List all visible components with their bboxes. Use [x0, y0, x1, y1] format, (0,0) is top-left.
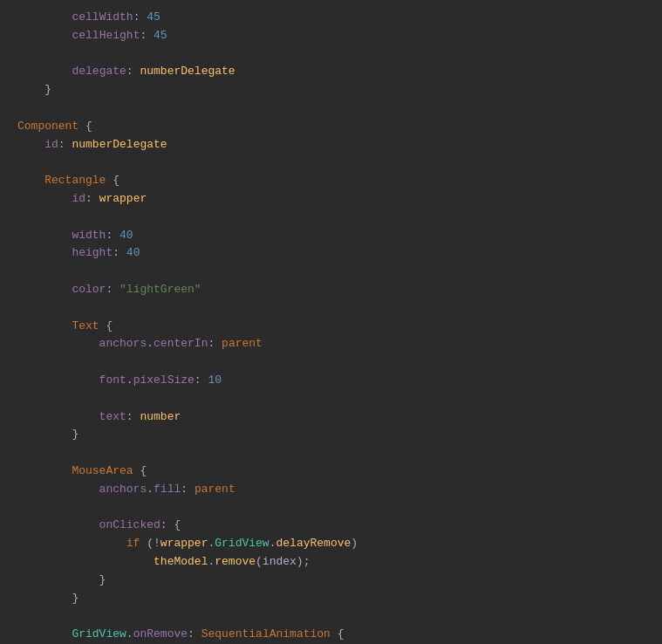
code-line: height: 40 [17, 244, 645, 263]
code-line: id: wrapper [17, 190, 645, 209]
code-line: } [17, 572, 645, 590]
code-line [17, 499, 645, 517]
code-line: cellWidth: 45 [17, 9, 645, 27]
code-line: } [17, 426, 645, 444]
code-editor: cellWidth: 45 cellHeight: 45 delegate: n… [0, 0, 662, 644]
code-line [17, 444, 645, 462]
code-line: color: "lightGreen" [17, 281, 645, 299]
code-line [17, 353, 645, 372]
code-line [17, 154, 645, 172]
code-line: Component { [17, 118, 645, 136]
code-line: width: 40 [17, 227, 645, 245]
code-line [17, 99, 645, 118]
code-line: MouseArea { [17, 462, 645, 481]
code-line: } [17, 81, 645, 99]
code-line: Rectangle { [17, 172, 645, 190]
code-line: Text { [17, 318, 645, 336]
code-line: onClicked: { [17, 517, 645, 535]
code-line: anchors.fill: parent [17, 481, 645, 499]
code-line: anchors.centerIn: parent [17, 335, 645, 353]
code-line: id: numberDelegate [17, 136, 645, 154]
code-line: delegate: numberDelegate [17, 63, 645, 81]
code-content: cellWidth: 45 cellHeight: 45 delegate: n… [17, 9, 645, 644]
code-line: if (!wrapper.GridView.delayRemove) [17, 535, 645, 553]
code-line: } [17, 590, 645, 608]
code-line: text: number [17, 408, 645, 427]
code-line: theModel.remove(index); [17, 553, 645, 572]
code-line: cellHeight: 45 [17, 27, 645, 45]
code-line: GridView.onRemove: SequentialAnimation { [17, 626, 645, 644]
code-line: font.pixelSize: 10 [17, 372, 645, 390]
code-line [17, 209, 645, 227]
code-line [17, 263, 645, 281]
code-line [17, 45, 645, 64]
code-line [17, 299, 645, 318]
code-line [17, 607, 645, 626]
code-line [17, 390, 645, 408]
